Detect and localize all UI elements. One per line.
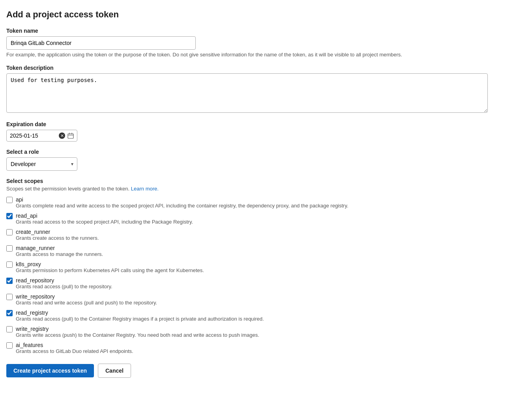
scope-name-k8s_proxy: k8s_proxy [16, 261, 41, 267]
scope-desc-read_registry: Grants read access (pull) to the Contain… [16, 316, 264, 322]
scope-checkbox-api[interactable] [6, 197, 13, 203]
calendar-icon [67, 132, 74, 139]
scope-checkbox-manage_runner[interactable] [6, 245, 13, 252]
page-title: Add a project access token [6, 9, 526, 20]
token-description-input[interactable] [6, 73, 488, 113]
create-token-button[interactable]: Create project access token [6, 364, 94, 377]
token-name-input[interactable] [6, 36, 196, 50]
scope-name-read_api: read_api [16, 213, 37, 219]
scope-name-write_repository: write_repository [16, 293, 55, 300]
token-description-label: Token description [6, 65, 526, 71]
scope-name-ai_features: ai_features [16, 342, 43, 348]
token-name-hint: For example, the application using the t… [6, 52, 526, 58]
scope-checkbox-read_repository[interactable] [6, 278, 13, 284]
scope-item-read_api: read_apiGrants read access to the scoped… [6, 213, 526, 225]
scope-item-read_repository: read_repositoryGrants read access (pull)… [6, 277, 526, 289]
role-select[interactable]: GuestReporterDeveloperMaintainerOwner [6, 157, 77, 171]
scopes-hint: Scopes set the permission levels granted… [6, 186, 526, 192]
scope-checkbox-read_registry[interactable] [6, 310, 13, 316]
scope-name-read_repository: read_repository [16, 277, 54, 284]
scope-item-create_runner: create_runnerGrants create access to the… [6, 229, 526, 241]
scope-desc-create_runner: Grants create access to the runners. [16, 235, 99, 241]
scope-item-ai_features: ai_featuresGrants access to GitLab Duo r… [6, 342, 526, 354]
scope-name-write_registry: write_registry [16, 326, 49, 332]
scope-checkbox-create_runner[interactable] [6, 229, 13, 235]
select-role-label: Select a role [6, 149, 526, 155]
cancel-button[interactable]: Cancel [98, 364, 131, 378]
scopes-section: Select scopes Scopes set the permission … [6, 178, 526, 354]
scope-name-create_runner: create_runner [16, 229, 50, 235]
token-description-group: Token description [6, 65, 526, 114]
button-row: Create project access token Cancel [6, 364, 526, 378]
date-input-wrapper: ✕ [6, 130, 77, 142]
scopes-title: Select scopes [6, 178, 526, 184]
scope-desc-api: Grants complete read and write access to… [16, 203, 348, 209]
scope-item-write_registry: write_registryGrants write access (push)… [6, 326, 526, 338]
scope-desc-manage_runner: Grants access to manage the runners. [16, 251, 103, 257]
svg-rect-0 [68, 134, 73, 138]
select-role-group: Select a role GuestReporterDeveloperMain… [6, 149, 526, 171]
expiration-date-group: Expiration date ✕ [6, 121, 526, 142]
scope-desc-k8s_proxy: Grants permission to perform Kubernetes … [16, 267, 204, 273]
scope-desc-read_repository: Grants read access (pull) to the reposit… [16, 284, 112, 289]
scope-item-api: apiGrants complete read and write access… [6, 196, 526, 209]
scope-item-read_registry: read_registryGrants read access (pull) t… [6, 310, 526, 322]
scope-checkbox-k8s_proxy[interactable] [6, 261, 13, 268]
scopes-list: apiGrants complete read and write access… [6, 196, 526, 354]
scope-item-write_repository: write_repositoryGrants read and write ac… [6, 293, 526, 306]
date-input[interactable] [10, 132, 56, 139]
learn-more-link[interactable]: Learn more. [131, 186, 159, 192]
scopes-hint-text: Scopes set the permission levels granted… [6, 186, 129, 192]
scope-checkbox-read_api[interactable] [6, 213, 13, 219]
scope-checkbox-write_repository[interactable] [6, 294, 13, 300]
scope-name-api: api [16, 196, 23, 203]
scope-checkbox-write_registry[interactable] [6, 326, 13, 332]
role-select-wrapper: GuestReporterDeveloperMaintainerOwner ▾ [6, 157, 77, 171]
expiration-date-label: Expiration date [6, 121, 526, 127]
scope-checkbox-ai_features[interactable] [6, 342, 13, 349]
token-name-group: Token name For example, the application … [6, 28, 526, 58]
scope-item-manage_runner: manage_runnerGrants access to manage the… [6, 245, 526, 257]
date-clear-button[interactable]: ✕ [59, 132, 65, 139]
scope-desc-ai_features: Grants access to GitLab Duo related API … [16, 348, 133, 354]
date-calendar-button[interactable] [67, 132, 74, 139]
scope-name-read_registry: read_registry [16, 310, 48, 316]
scope-name-manage_runner: manage_runner [16, 245, 55, 251]
scope-item-k8s_proxy: k8s_proxyGrants permission to perform Ku… [6, 261, 526, 273]
scope-desc-write_repository: Grants read and write access (pull and p… [16, 300, 157, 306]
token-name-label: Token name [6, 28, 526, 34]
scope-desc-read_api: Grants read access to the scoped project… [16, 219, 193, 225]
scope-desc-write_registry: Grants write access (push) to the Contai… [16, 332, 259, 338]
